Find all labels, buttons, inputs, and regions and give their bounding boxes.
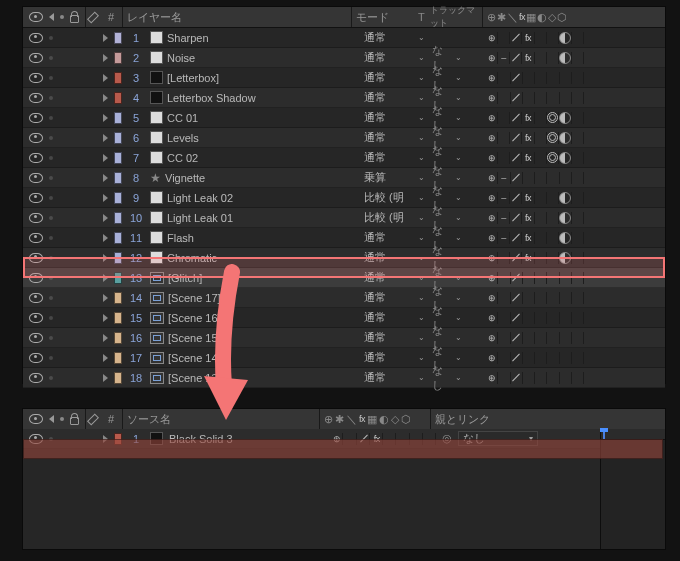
label-chip[interactable] [114, 52, 122, 64]
quality-toggle[interactable] [510, 212, 522, 224]
blend-mode[interactable]: 通常 [364, 230, 386, 245]
shy-toggle[interactable]: ⊕ [486, 32, 498, 44]
quality-toggle[interactable] [511, 292, 523, 304]
fx-toggle[interactable] [523, 332, 535, 344]
quality-toggle[interactable] [511, 352, 523, 364]
layer-name[interactable]: [Scene 17] [168, 292, 221, 304]
eye-toggle[interactable] [29, 153, 43, 163]
twirl-icon[interactable] [103, 94, 108, 102]
solo-toggle[interactable] [49, 116, 53, 120]
chevron-down-icon[interactable]: ⌄ [418, 193, 425, 202]
frame-blend-toggle[interactable] [535, 172, 547, 184]
blend-mode[interactable]: 比較 (明 [364, 190, 404, 205]
chevron-down-icon[interactable]: ⌄ [455, 93, 462, 102]
frame-blend-toggle[interactable] [535, 132, 547, 144]
shy-toggle[interactable]: ⊕ [486, 132, 498, 144]
chevron-down-icon[interactable]: ⌄ [418, 273, 425, 282]
solo-toggle[interactable] [49, 76, 53, 80]
motion-blur-toggle[interactable] [547, 32, 559, 44]
frame-blend-toggle[interactable] [535, 72, 547, 84]
blend-mode[interactable]: 通常 [364, 90, 386, 105]
collapse-toggle[interactable] [498, 272, 510, 284]
layer-row[interactable]: 11Flash通常⌄なし⌄⊕–fx [23, 228, 665, 248]
frame-blend-toggle[interactable] [535, 232, 547, 244]
3d-toggle[interactable] [572, 232, 584, 244]
3d-toggle[interactable] [572, 92, 584, 104]
adjustment-toggle[interactable] [559, 192, 572, 204]
layer-row[interactable]: 3[Letterbox]通常⌄なし⌄⊕ [23, 68, 665, 88]
label-chip[interactable] [114, 112, 122, 124]
fx-toggle[interactable] [523, 72, 535, 84]
fx-toggle[interactable]: fx [522, 132, 534, 144]
label-chip[interactable] [114, 92, 122, 104]
eye-toggle[interactable] [29, 313, 43, 323]
layer-name[interactable]: Light Leak 01 [167, 212, 233, 224]
blend-mode[interactable]: 通常 [364, 290, 386, 305]
shy-toggle[interactable]: ⊕ [486, 172, 498, 184]
label-chip[interactable] [114, 272, 122, 284]
layer-row[interactable]: 1Sharpen通常⌄⊕fx [23, 28, 665, 48]
3d-toggle[interactable] [572, 312, 584, 324]
collapse-toggle[interactable] [498, 292, 510, 304]
layer-name[interactable]: [Scene 13] [168, 372, 221, 384]
3d-toggle[interactable] [572, 332, 584, 344]
shy-toggle[interactable]: ⊕ [486, 52, 498, 64]
quality-toggle[interactable] [510, 192, 522, 204]
blend-mode[interactable]: 通常 [364, 70, 386, 85]
collapse-toggle[interactable] [498, 332, 510, 344]
chevron-down-icon[interactable]: ⌄ [418, 33, 425, 42]
collapse-toggle[interactable] [498, 152, 510, 164]
collapse-toggle[interactable] [498, 32, 510, 44]
motion-blur-toggle[interactable] [547, 292, 559, 304]
fx-toggle[interactable]: fx [522, 112, 534, 124]
shy-toggle[interactable]: ⊕ [486, 192, 498, 204]
twirl-icon[interactable] [103, 54, 108, 62]
chevron-down-icon[interactable]: ⌄ [418, 293, 425, 302]
label-chip[interactable] [114, 352, 122, 364]
chevron-down-icon[interactable]: ⌄ [455, 153, 462, 162]
layer-row[interactable]: 5CC 01通常⌄なし⌄⊕fx [23, 108, 665, 128]
blend-mode[interactable]: 通常 [364, 270, 386, 285]
layer-name[interactable]: Levels [167, 132, 199, 144]
frame-blend-toggle[interactable] [535, 332, 547, 344]
shy-toggle[interactable]: ⊕ [486, 352, 498, 364]
quality-toggle[interactable] [511, 72, 523, 84]
adjustment-toggle[interactable] [559, 112, 572, 124]
motion-blur-toggle[interactable] [547, 212, 559, 224]
playhead[interactable] [603, 429, 605, 439]
adjustment-toggle[interactable] [559, 232, 572, 244]
fx-toggle[interactable] [523, 272, 535, 284]
collapse-toggle[interactable] [498, 72, 510, 84]
twirl-icon[interactable] [103, 254, 108, 262]
shy-toggle[interactable]: ⊕ [486, 232, 498, 244]
eye-toggle[interactable] [29, 193, 43, 203]
chevron-down-icon[interactable]: ⌄ [418, 173, 425, 182]
blend-mode[interactable]: 通常 [364, 130, 386, 145]
layer-duration-bar[interactable] [23, 439, 663, 459]
twirl-icon[interactable] [103, 134, 108, 142]
quality-toggle[interactable] [511, 92, 523, 104]
shy-toggle[interactable]: ⊕ [486, 312, 498, 324]
adjustment-toggle[interactable] [560, 372, 572, 384]
layer-row[interactable]: 6Levels通常⌄なし⌄⊕fx [23, 128, 665, 148]
twirl-icon[interactable] [103, 294, 108, 302]
layer-row[interactable]: 7CC 02通常⌄なし⌄⊕fx [23, 148, 665, 168]
collapse-toggle[interactable]: – [498, 252, 510, 264]
solo-toggle[interactable] [49, 336, 53, 340]
fx-toggle[interactable]: fx [522, 232, 534, 244]
solo-toggle[interactable] [49, 296, 53, 300]
label-chip[interactable] [114, 132, 122, 144]
layer-name[interactable]: [Glitch] [168, 272, 202, 284]
solo-toggle[interactable] [49, 36, 53, 40]
eye-toggle[interactable] [29, 233, 43, 243]
solo-toggle[interactable] [49, 276, 53, 280]
twirl-icon[interactable] [103, 314, 108, 322]
chevron-down-icon[interactable]: ⌄ [455, 233, 462, 242]
solo-toggle[interactable] [49, 236, 53, 240]
chevron-down-icon[interactable]: ⌄ [455, 253, 462, 262]
motion-blur-toggle[interactable] [547, 132, 559, 144]
chevron-down-icon[interactable]: ⌄ [455, 273, 462, 282]
eye-toggle[interactable] [29, 173, 43, 183]
layer-name[interactable]: CC 01 [167, 112, 198, 124]
adjustment-toggle[interactable] [560, 352, 572, 364]
